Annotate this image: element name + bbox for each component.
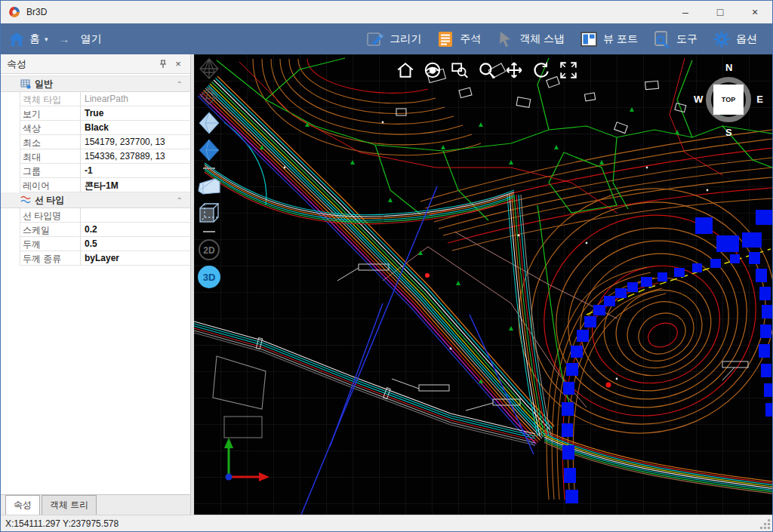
viewport-grid-icon <box>580 30 598 48</box>
view-mode-strip: 2D 3D <box>196 56 223 291</box>
isometric-wire-icon[interactable] <box>196 56 222 81</box>
chevron-up-icon: ⌃ <box>177 196 183 204</box>
resize-grip[interactable] <box>761 520 770 529</box>
prism-view-icon[interactable] <box>196 174 222 199</box>
rotate-icon[interactable] <box>529 58 553 81</box>
home-label: 홈 <box>29 32 40 46</box>
title-bar: Br3D – □ × <box>1 1 772 23</box>
home-menu-button[interactable]: 홈 ▾ <box>8 32 48 47</box>
tab-properties[interactable]: 속성 <box>5 495 40 515</box>
property-row: 레이어콘타-1M <box>20 178 190 192</box>
section-general[interactable]: 일반 ⌃ <box>1 76 190 92</box>
cursor-icon <box>496 30 514 48</box>
maximize-button[interactable]: □ <box>703 1 738 23</box>
diamond-solid-icon[interactable] <box>196 137 222 163</box>
view-compass[interactable]: N S W E TOP <box>692 63 765 136</box>
object-snap-label: 객체 스냅 <box>519 32 565 46</box>
property-value[interactable]: -1 <box>80 164 190 177</box>
section-linetype[interactable]: 선 타입 ⌃ <box>1 192 190 208</box>
view-2d-button[interactable]: 2D <box>196 237 222 263</box>
property-value[interactable]: Black <box>80 121 190 134</box>
home-view-icon[interactable] <box>393 58 417 81</box>
property-value[interactable]: byLayer <box>80 251 190 265</box>
coordinate-readout: X:154111.297 Y:237975.578 <box>5 518 119 529</box>
view-nav-toolbar <box>393 58 580 81</box>
property-row: 최소154179, 237700, 13 <box>20 135 190 149</box>
compass-north[interactable]: N <box>725 62 732 73</box>
cube-view-icon[interactable] <box>196 201 222 226</box>
annotation-label: 주석 <box>460 32 481 46</box>
panel-close-icon[interactable]: × <box>171 57 186 72</box>
section-title: 일반 <box>35 78 173 91</box>
property-row: 두께 종류byLayer <box>20 251 190 266</box>
property-value[interactable]: LinearPath <box>80 92 190 106</box>
pan-icon[interactable] <box>502 58 525 81</box>
home-icon <box>8 32 25 47</box>
property-row: 두께0.5 <box>20 237 190 251</box>
ribbon-toolbar: 홈 ▾ → 열기 그리기 주석 <box>1 23 772 54</box>
minimize-button[interactable]: – <box>668 1 703 23</box>
property-grid: 일반 ⌃ 객체 타입LinearPath보기True색상Black최소15417… <box>1 75 190 494</box>
property-label: 레이어 <box>20 178 80 192</box>
property-label: 색상 <box>20 121 80 134</box>
diamond-shaded-icon[interactable] <box>196 110 222 136</box>
table-icon <box>20 78 31 89</box>
property-label: 최대 <box>20 149 80 163</box>
annotation-button[interactable]: 주석 <box>429 27 488 51</box>
cad-drawing <box>194 54 772 515</box>
options-button[interactable]: 옵션 <box>705 27 765 51</box>
pencil-icon <box>366 30 384 48</box>
property-label: 최소 <box>20 135 80 149</box>
compass-east[interactable]: E <box>756 94 763 105</box>
property-row: 그룹-1 <box>20 164 190 178</box>
chevron-up-icon: ⌃ <box>177 80 183 88</box>
panel-title: 속성 <box>7 57 156 71</box>
zoom-icon[interactable] <box>475 58 498 81</box>
viewport-button[interactable]: 뷰 포트 <box>572 27 645 51</box>
tools-button[interactable]: 도구 <box>645 27 705 51</box>
property-row: 스케일0.2 <box>20 223 190 237</box>
property-label: 두께 <box>20 237 80 251</box>
window-title: Br3D <box>26 7 47 17</box>
property-label: 두께 종류 <box>20 251 80 265</box>
compass-south[interactable]: S <box>725 127 732 138</box>
draw-button[interactable]: 그리기 <box>359 27 429 51</box>
wrench-icon <box>653 30 671 48</box>
pin-icon[interactable] <box>156 57 171 72</box>
property-value[interactable]: 0.2 <box>80 223 190 236</box>
zoom-window-icon[interactable] <box>448 58 471 81</box>
view-3d-button[interactable]: 3D <box>196 264 222 290</box>
close-button[interactable]: × <box>738 1 772 23</box>
property-value[interactable] <box>80 208 190 222</box>
strip-separator <box>203 231 215 232</box>
isometric-wire2-icon[interactable] <box>196 83 222 109</box>
zoom-extents-icon[interactable] <box>556 58 580 81</box>
drawing-canvas[interactable]: 2D 3D N S W E TOP <box>194 54 772 515</box>
object-snap-button[interactable]: 객체 스냅 <box>488 27 572 51</box>
property-value[interactable]: 154336, 237889, 13 <box>80 149 190 163</box>
strip-separator <box>203 168 215 169</box>
property-value[interactable]: 154179, 237700, 13 <box>80 135 190 149</box>
annotation-lines-icon <box>436 30 454 48</box>
viewport-label: 뷰 포트 <box>603 32 638 46</box>
property-label: 스케일 <box>20 223 80 236</box>
property-row: 객체 타입LinearPath <box>20 92 190 106</box>
app-logo-icon <box>8 6 20 18</box>
property-row: 선 타입명 <box>20 208 190 223</box>
menu-item-open[interactable]: 열기 <box>81 32 102 46</box>
compass-west[interactable]: W <box>694 94 703 105</box>
property-value[interactable]: 0.5 <box>80 237 190 251</box>
forward-arrow-icon: → <box>59 32 70 45</box>
property-row: 보기True <box>20 106 190 121</box>
tab-object-tree[interactable]: 객체 트리 <box>42 495 97 515</box>
app-window: Br3D – □ × 홈 ▾ → 열기 그리기 <box>0 0 773 532</box>
compass-top-face[interactable]: TOP <box>713 85 744 115</box>
property-value[interactable]: True <box>80 106 190 120</box>
orbit-icon[interactable] <box>420 58 444 81</box>
properties-panel: 속성 × 일반 ⌃ 객체 타입LinearPath보기True색상Black최소… <box>1 54 191 515</box>
property-value[interactable]: 콘타-1M <box>80 178 190 192</box>
panel-tab-strip: 속성 객체 트리 <box>1 494 190 515</box>
gear-icon <box>713 30 731 48</box>
property-label: 선 타입명 <box>20 208 80 222</box>
status-bar: X:154111.297 Y:237975.578 <box>1 515 772 531</box>
